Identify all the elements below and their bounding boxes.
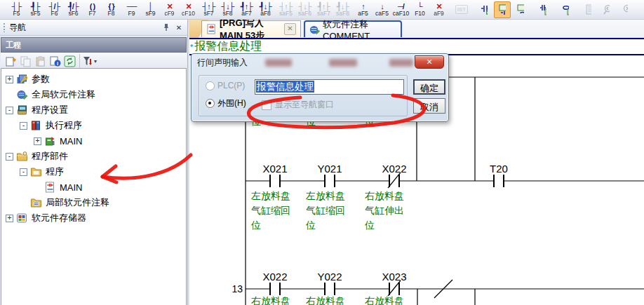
dialog-close-button[interactable]: ✕: [415, 55, 444, 69]
paste-button[interactable]: [33, 54, 48, 69]
refresh-button[interactable]: [62, 54, 77, 69]
tree-item-program-settings[interactable]: - 程序设置: [1, 102, 186, 118]
device-label[interactable]: Y021: [317, 163, 342, 175]
ladder-tool-button[interactable]: ┤↓├ sF8: [218, 1, 237, 19]
device-comment: 气缸缩回: [251, 205, 290, 216]
statement-edit-icon: [499, 4, 506, 16]
line-statement-dialog: 行间声明输入 ✕ PLC(P) 外围(H) 报警信息处理: [191, 53, 449, 122]
ladder-tool-button[interactable]: ┤├ F5: [7, 1, 26, 19]
ladder-tool-symbol: { }: [108, 3, 114, 11]
dropdown-caret-icon: ▾: [94, 58, 97, 65]
statement-batch-edit-button[interactable]: [535, 1, 551, 18]
radio-plc[interactable]: PLC(P): [206, 81, 245, 90]
tab-device-comment[interactable]: 软元件注释 COMMENT: [304, 20, 402, 37]
device-label[interactable]: X021: [262, 163, 287, 175]
tree-item-main-program[interactable]: MAIN: [1, 179, 186, 195]
refresh-icon: [64, 55, 76, 67]
statement-text-input[interactable]: 报警信息处理: [255, 79, 404, 95]
find-previous-button[interactable]: [598, 1, 615, 18]
expand-icon[interactable]: +: [34, 137, 41, 145]
find-next-button[interactable]: [616, 1, 633, 18]
tab-close-icon[interactable]: ✕: [284, 23, 296, 35]
expand-icon[interactable]: +: [6, 76, 13, 83]
ladder-tool-button[interactable]: │ sF9: [141, 1, 160, 19]
ladder-tool-button[interactable]: ┤↓├ saF6: [295, 1, 314, 19]
info-icon: i: [49, 55, 61, 67]
ok-button[interactable]: 确定: [413, 79, 445, 95]
ladder-tool-button[interactable]: ┦├ sF5: [26, 1, 45, 19]
tree-item-global-device-comment[interactable]: 全局软元件注释: [1, 87, 186, 102]
tree-item-label: 执行程序: [46, 119, 82, 132]
ladder-tool-button[interactable]: ── F9: [122, 1, 141, 19]
ladder-tool-button[interactable]: ┦/├ sF6: [64, 1, 83, 19]
ladder-tool-shortcut: aF8: [260, 11, 271, 17]
ladder-tool-button[interactable]: ─/ caF10: [391, 1, 410, 19]
ladder-tool-symbol: └: [417, 3, 422, 11]
device-label[interactable]: X022: [262, 271, 287, 283]
ladder-tool-button[interactable]: ┦↑├ aF7: [237, 1, 256, 19]
sort-filter-button[interactable]: ▾: [82, 54, 97, 69]
tree-item-execution-program[interactable]: - 执行程序: [1, 118, 186, 133]
expand-icon[interactable]: -: [20, 122, 27, 130]
ladder-tool-button[interactable]: ↑ aF5: [354, 1, 373, 19]
ladder-tool-button[interactable]: ┤↑├ saF5: [276, 1, 295, 19]
dialog-titlebar[interactable]: 行间声明输入 ✕: [192, 54, 448, 69]
device-comment: 位: [250, 219, 261, 231]
ladder-tool-symbol: ┤├: [12, 3, 22, 11]
expand-icon[interactable]: -: [6, 153, 13, 161]
pin-icon[interactable]: [161, 22, 172, 33]
ladder-tool-button[interactable]: ( ) F7: [83, 1, 102, 19]
ladder-tool-button[interactable]: └ F10: [410, 1, 429, 19]
device-comment-edit-button[interactable]: [476, 1, 492, 18]
device-comment: 右放料盘: [365, 190, 404, 201]
ladder-tool-button[interactable]: ✕ aF9: [429, 1, 448, 19]
tree-item-main-exec[interactable]: + MAIN: [1, 133, 186, 149]
document-icon: [584, 4, 591, 16]
note-batch-edit-button[interactable]: [557, 1, 574, 18]
device-label[interactable]: Y022: [317, 271, 342, 283]
dialog-title: 行间声明输入: [197, 57, 248, 69]
show-in-navigation-checkbox[interactable]: 显示至导航窗口: [262, 99, 334, 111]
close-icon[interactable]: ✕: [173, 22, 185, 33]
expand-icon[interactable]: -: [6, 107, 13, 114]
panel-grip[interactable]: [3, 22, 6, 32]
navigation-panel: 导航 ✕ 工程 i: [0, 20, 188, 305]
copy-button[interactable]: [18, 54, 33, 69]
ladder-tool-button[interactable]: ┤↑├ sF7: [199, 1, 218, 19]
radio-peripheral[interactable]: 外围(H): [206, 97, 246, 109]
note-edit-icon: [517, 4, 524, 16]
tab-prg-main[interactable]: [PRG]写入 MAIN 53步 ✕: [201, 20, 301, 37]
ladder-symbol-toolbar: ┤├ F5 ┦├ sF5 ┤/├ F6 ┦/├ sF6: [7, 1, 448, 19]
ladder-tool-button[interactable]: ┦↑├ saF7: [314, 1, 333, 19]
tree-item-parameters[interactable]: + 参数: [1, 72, 186, 87]
tree-item-local-device-comment[interactable]: 局部软元件注释: [1, 195, 186, 210]
ladder-tool-button[interactable]: ┦↓├ saF8: [333, 1, 352, 19]
tree-item-program-folder[interactable]: - 程序: [1, 164, 186, 179]
device-label[interactable]: X023: [382, 271, 406, 283]
ladder-tool-symbol: ✕: [166, 3, 172, 11]
device-label[interactable]: X022: [382, 163, 406, 175]
tree-item-program-parts[interactable]: - 程序部件: [1, 149, 186, 164]
ist-instruction-button[interactable]: IST: [453, 1, 470, 18]
ladder-tool-button[interactable]: { } F8: [102, 1, 121, 19]
cancel-button[interactable]: 取消: [413, 98, 445, 114]
expand-icon[interactable]: +: [6, 215, 13, 222]
ladder-tool-symbol: ┦↓├: [337, 3, 349, 11]
expand-icon[interactable]: -: [20, 168, 27, 176]
outline-display-button[interactable]: [638, 1, 644, 18]
ladder-tool-shortcut: saF8: [336, 11, 349, 17]
ladder-tool-button[interactable]: ┦↓├ aF8: [256, 1, 275, 19]
ladder-canvas[interactable]: * 报警信息处理 位 位 位 X021 Y021: [189, 38, 644, 305]
ladder-tool-button[interactable]: ✕ cF9: [160, 1, 179, 19]
program-document-button[interactable]: [579, 1, 596, 18]
tree-item-device-memory[interactable]: + 软元件存储器: [1, 210, 186, 226]
new-item-button[interactable]: [4, 54, 18, 69]
statement-edit-button[interactable]: [494, 1, 511, 18]
ladder-tool-symbol: ✕: [185, 3, 191, 11]
ladder-tool-button[interactable]: ┤/├ F6: [45, 1, 64, 19]
device-label[interactable]: T20: [490, 163, 508, 175]
note-edit-button[interactable]: [512, 1, 529, 18]
ladder-tool-button[interactable]: ↓ caF5: [373, 1, 391, 19]
ladder-tool-button[interactable]: ✕ cF10: [179, 1, 198, 19]
project-info-button[interactable]: i: [48, 54, 62, 69]
